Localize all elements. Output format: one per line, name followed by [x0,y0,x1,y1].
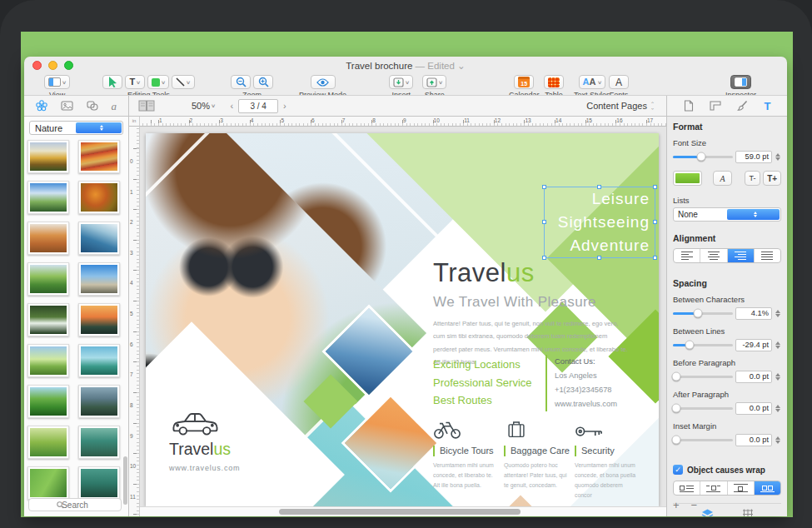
preview-mode-button[interactable] [311,75,336,89]
previous-page-button[interactable]: ‹ [230,101,233,111]
next-page-button[interactable]: › [283,101,286,111]
stepper[interactable] [775,436,781,444]
thumbnail-spring-meadow[interactable] [27,344,69,377]
wrap-left-button[interactable] [674,481,700,495]
font-size-slider[interactable] [673,156,733,158]
decrease-size-button[interactable]: T- [745,171,761,186]
thumbnail-ocean-waves[interactable] [78,222,120,255]
selection-handle[interactable] [542,185,546,189]
calendar-button[interactable]: 15 [514,75,534,89]
fonts-button[interactable]: A [609,75,629,89]
align-justify-button[interactable] [755,249,780,262]
wrap-none-button[interactable] [755,481,780,495]
wrap-checkbox[interactable]: ✓ [673,465,683,475]
zoom-out-button[interactable] [231,75,251,89]
thumbnail-mountain-stream[interactable] [78,385,120,418]
view-button[interactable]: ∨ [44,75,70,89]
value-field[interactable]: 59.0 pt [735,151,772,163]
style-brush-tab-icon[interactable] [737,100,748,112]
character-style-button[interactable]: A [713,171,731,186]
lists-select[interactable]: None [673,207,781,222]
slider-thumb[interactable] [685,341,695,350]
pages-mode-select[interactable]: Content Pages ⌃⌃ [586,101,655,111]
clipart-tab-icon[interactable] [36,100,47,112]
inset-margin-slider[interactable] [673,439,733,441]
search-input[interactable] [29,499,121,511]
selection-handle[interactable] [653,220,657,224]
value-field[interactable]: 0.0 pt [735,371,772,383]
collection-select[interactable]: Nature [29,121,123,135]
selection-handle[interactable] [653,256,657,260]
slider-thumb[interactable] [671,436,680,445]
slider-thumb[interactable] [694,309,703,318]
select-tool-button[interactable] [102,75,122,89]
grid-tab-icon[interactable] [742,509,754,516]
thumbnail-rolling-farmland[interactable] [27,262,69,296]
selected-text-frame[interactable]: LeisureSightseeingAdventure [544,187,655,258]
inspector-button[interactable] [730,75,751,89]
insert-button[interactable]: ∨ [389,75,413,89]
align-left-button[interactable] [674,249,700,262]
stepper[interactable] [775,373,781,381]
thumbnail-river-canyon[interactable] [78,426,120,459]
art-text-tab-icon[interactable]: a [112,101,117,112]
selection-handle[interactable] [542,256,546,260]
share-button[interactable]: ∨ [422,75,446,89]
text-tool-button[interactable]: T∨ [125,75,145,89]
shapes-tab-icon[interactable] [87,101,98,111]
increase-size-button[interactable]: T+ [763,171,781,186]
shape-tool-button[interactable]: ∨ [147,75,169,89]
add-layer-button[interactable]: + [673,499,680,511]
thumbnail-green-terrace[interactable] [27,466,69,500]
thumbnail-canyon-hoodoos[interactable] [27,222,69,255]
remove-layer-button[interactable]: − [691,499,698,511]
facing-pages-button[interactable] [138,100,155,112]
selection-handle[interactable] [653,185,657,189]
wrap-center-button[interactable] [700,481,727,495]
line-tool-button[interactable]: ∨ [172,75,194,89]
zoom-in-button[interactable] [253,75,273,89]
thumbnail-tropical-shore[interactable] [78,344,120,377]
value-field[interactable]: 0.0 pt [735,434,772,446]
text-tab-icon[interactable]: T [764,101,770,112]
value-field[interactable]: 4.1% [735,307,772,320]
slider-thumb[interactable] [671,372,680,381]
thumbnail-valley-clouds[interactable] [27,181,69,214]
thumbnail-painted-hills[interactable] [78,140,120,173]
margins-tab-icon[interactable] [710,101,721,111]
thumbnail-autumn-canopy[interactable] [78,181,120,214]
scrollbar-thumb[interactable] [279,509,521,515]
slider-thumb[interactable] [671,404,680,413]
page-setup-tab-icon[interactable] [684,100,694,112]
selection-handle[interactable] [542,220,546,224]
thumbnail-emerald-river[interactable] [78,466,120,500]
stepper[interactable] [775,405,781,412]
horizontal-scrollbar[interactable] [140,506,666,516]
thumbnail-golf-course[interactable] [27,385,69,418]
photos-tab-icon[interactable] [61,101,73,111]
layers-tab-icon[interactable] [701,509,714,516]
table-button[interactable] [544,75,564,89]
stepper[interactable] [775,341,781,349]
thumbnail-terraced-hills[interactable] [27,426,69,459]
between-characters-slider[interactable] [673,312,733,315]
zoom-level-control[interactable]: 50%∨ [192,101,215,111]
thumbnail-coastal-tree[interactable] [78,262,120,296]
align-center-button[interactable] [700,249,727,262]
canvas-viewport[interactable]: LeisureSightseeingAdventure Travelus We … [140,127,666,506]
thumbnail-autumn-forest-mountain[interactable] [27,140,69,173]
align-right-button[interactable] [728,249,755,262]
stepper[interactable] [775,153,781,161]
after-paragraph-slider[interactable] [673,407,733,410]
selection-handle[interactable] [597,185,601,189]
wrap-topbottom-button[interactable] [728,481,755,495]
text-color-well[interactable] [673,171,702,186]
page-indicator[interactable]: 3 / 4 [238,99,278,113]
brochure-page[interactable]: LeisureSightseeingAdventure Travelus We … [146,133,659,506]
text-styles-button[interactable]: AA∨ [579,75,605,89]
thumbnail-waterfall-forest[interactable] [27,303,69,336]
slider-thumb[interactable] [696,152,705,162]
value-field[interactable]: -29.4 pt [735,339,772,351]
sidebar-scrollbar[interactable] [123,456,127,505]
between-lines-slider[interactable] [673,344,733,346]
